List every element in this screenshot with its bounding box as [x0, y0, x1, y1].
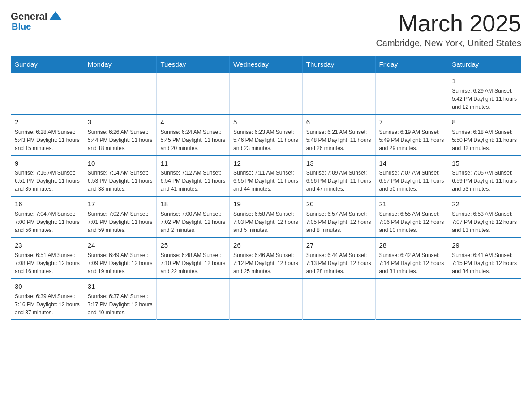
calendar-cell: 30Sunrise: 6:39 AM Sunset: 7:16 PM Dayli… — [11, 278, 84, 319]
calendar-cell — [230, 73, 303, 114]
calendar-cell: 1Sunrise: 6:29 AM Sunset: 5:42 PM Daylig… — [448, 73, 521, 114]
day-info: Sunrise: 6:41 AM Sunset: 7:15 PM Dayligh… — [452, 251, 517, 275]
day-info: Sunrise: 7:09 AM Sunset: 6:56 PM Dayligh… — [306, 169, 372, 193]
calendar-cell — [448, 278, 521, 319]
day-number: 9 — [15, 158, 80, 168]
calendar-cell: 3Sunrise: 6:26 AM Sunset: 5:44 PM Daylig… — [84, 114, 157, 155]
calendar-cell: 13Sunrise: 7:09 AM Sunset: 6:56 PM Dayli… — [302, 155, 375, 197]
day-number: 24 — [88, 240, 153, 250]
location-title: Cambridge, New York, United States — [376, 38, 521, 48]
day-info: Sunrise: 7:04 AM Sunset: 7:00 PM Dayligh… — [15, 210, 80, 234]
logo-blue: Blue — [12, 21, 31, 32]
calendar-cell: 24Sunrise: 6:49 AM Sunset: 7:09 PM Dayli… — [84, 237, 157, 278]
calendar-cell: 20Sunrise: 6:57 AM Sunset: 7:05 PM Dayli… — [302, 196, 375, 237]
day-number: 8 — [452, 117, 517, 127]
calendar-cell — [230, 278, 303, 319]
day-info: Sunrise: 6:19 AM Sunset: 5:49 PM Dayligh… — [379, 128, 445, 152]
weekday-header: Sunday — [11, 56, 84, 73]
day-info: Sunrise: 7:00 AM Sunset: 7:02 PM Dayligh… — [160, 210, 226, 234]
day-info: Sunrise: 7:14 AM Sunset: 6:53 PM Dayligh… — [88, 169, 153, 193]
calendar-cell: 16Sunrise: 7:04 AM Sunset: 7:00 PM Dayli… — [11, 196, 84, 237]
calendar-cell: 2Sunrise: 6:28 AM Sunset: 5:43 PM Daylig… — [11, 114, 84, 155]
day-number: 14 — [379, 158, 445, 168]
calendar-week-row: 9Sunrise: 7:16 AM Sunset: 6:51 PM Daylig… — [11, 155, 521, 197]
day-info: Sunrise: 6:37 AM Sunset: 7:17 PM Dayligh… — [88, 292, 153, 317]
day-number: 16 — [15, 199, 80, 209]
day-number: 2 — [15, 117, 80, 127]
weekday-header: Wednesday — [230, 56, 303, 73]
day-number: 6 — [306, 117, 372, 127]
day-number: 25 — [160, 240, 226, 250]
day-number: 28 — [379, 240, 445, 250]
calendar-cell — [11, 73, 84, 114]
calendar-cell: 14Sunrise: 7:07 AM Sunset: 6:57 PM Dayli… — [375, 155, 448, 197]
calendar-cell — [157, 73, 230, 114]
day-info: Sunrise: 7:16 AM Sunset: 6:51 PM Dayligh… — [15, 169, 80, 193]
weekday-header: Tuesday — [157, 56, 230, 73]
day-number: 18 — [160, 199, 226, 209]
day-number: 17 — [88, 199, 153, 209]
calendar-cell: 21Sunrise: 6:55 AM Sunset: 7:06 PM Dayli… — [375, 196, 448, 237]
day-number: 21 — [379, 199, 445, 209]
calendar-week-row: 30Sunrise: 6:39 AM Sunset: 7:16 PM Dayli… — [11, 278, 521, 319]
day-number: 26 — [233, 240, 299, 250]
calendar-week-row: 2Sunrise: 6:28 AM Sunset: 5:43 PM Daylig… — [11, 114, 521, 155]
day-info: Sunrise: 7:11 AM Sunset: 6:55 PM Dayligh… — [233, 169, 299, 193]
calendar-cell: 11Sunrise: 7:12 AM Sunset: 6:54 PM Dayli… — [157, 155, 230, 197]
calendar-cell: 26Sunrise: 6:46 AM Sunset: 7:12 PM Dayli… — [230, 237, 303, 278]
calendar-cell: 22Sunrise: 6:53 AM Sunset: 7:07 PM Dayli… — [448, 196, 521, 237]
calendar-cell: 9Sunrise: 7:16 AM Sunset: 6:51 PM Daylig… — [11, 155, 84, 197]
day-info: Sunrise: 6:18 AM Sunset: 5:50 PM Dayligh… — [452, 128, 517, 152]
day-info: Sunrise: 6:39 AM Sunset: 7:16 PM Dayligh… — [15, 292, 80, 317]
day-number: 29 — [452, 240, 517, 250]
calendar-cell — [375, 73, 448, 114]
calendar-cell: 7Sunrise: 6:19 AM Sunset: 5:49 PM Daylig… — [375, 114, 448, 155]
calendar-week-row: 16Sunrise: 7:04 AM Sunset: 7:00 PM Dayli… — [11, 196, 521, 237]
page-header: General Blue March 2025 Cambridge, New Y… — [11, 11, 521, 48]
day-info: Sunrise: 6:44 AM Sunset: 7:13 PM Dayligh… — [306, 251, 372, 275]
logo-triangle-icon — [49, 11, 62, 20]
calendar-cell: 27Sunrise: 6:44 AM Sunset: 7:13 PM Dayli… — [302, 237, 375, 278]
day-info: Sunrise: 6:24 AM Sunset: 5:45 PM Dayligh… — [160, 128, 226, 152]
day-info: Sunrise: 6:28 AM Sunset: 5:43 PM Dayligh… — [15, 128, 80, 152]
day-number: 7 — [379, 117, 445, 127]
weekday-header: Saturday — [448, 56, 521, 73]
calendar-cell: 29Sunrise: 6:41 AM Sunset: 7:15 PM Dayli… — [448, 237, 521, 278]
calendar-cell: 6Sunrise: 6:21 AM Sunset: 5:48 PM Daylig… — [302, 114, 375, 155]
calendar-header-row: SundayMondayTuesdayWednesdayThursdayFrid… — [11, 56, 521, 73]
weekday-header: Thursday — [302, 56, 375, 73]
day-number: 11 — [160, 158, 226, 168]
day-number: 27 — [306, 240, 372, 250]
weekday-header: Friday — [375, 56, 448, 73]
calendar-cell: 12Sunrise: 7:11 AM Sunset: 6:55 PM Dayli… — [230, 155, 303, 197]
day-info: Sunrise: 7:12 AM Sunset: 6:54 PM Dayligh… — [160, 169, 226, 193]
day-number: 15 — [452, 158, 517, 168]
calendar-cell — [302, 278, 375, 319]
weekday-header: Monday — [84, 56, 157, 73]
day-number: 31 — [88, 282, 153, 291]
day-number: 10 — [88, 158, 153, 168]
calendar-cell: 15Sunrise: 7:05 AM Sunset: 6:59 PM Dayli… — [448, 155, 521, 197]
day-info: Sunrise: 6:29 AM Sunset: 5:42 PM Dayligh… — [452, 87, 517, 111]
day-info: Sunrise: 7:02 AM Sunset: 7:01 PM Dayligh… — [88, 210, 153, 234]
calendar-cell: 28Sunrise: 6:42 AM Sunset: 7:14 PM Dayli… — [375, 237, 448, 278]
day-info: Sunrise: 6:46 AM Sunset: 7:12 PM Dayligh… — [233, 251, 299, 275]
logo: General Blue — [11, 11, 62, 32]
calendar-cell: 31Sunrise: 6:37 AM Sunset: 7:17 PM Dayli… — [84, 278, 157, 319]
day-number: 3 — [88, 117, 153, 127]
day-number: 1 — [452, 76, 517, 86]
title-section: March 2025 Cambridge, New York, United S… — [376, 11, 521, 48]
day-info: Sunrise: 6:48 AM Sunset: 7:10 PM Dayligh… — [160, 251, 226, 275]
day-info: Sunrise: 6:23 AM Sunset: 5:46 PM Dayligh… — [233, 128, 299, 152]
day-info: Sunrise: 6:58 AM Sunset: 7:03 PM Dayligh… — [233, 210, 299, 234]
day-number: 22 — [452, 199, 517, 209]
day-number: 23 — [15, 240, 80, 250]
calendar-cell: 19Sunrise: 6:58 AM Sunset: 7:03 PM Dayli… — [230, 196, 303, 237]
day-number: 4 — [160, 117, 226, 127]
day-info: Sunrise: 6:55 AM Sunset: 7:06 PM Dayligh… — [379, 210, 445, 234]
calendar-cell — [375, 278, 448, 319]
day-number: 19 — [233, 199, 299, 209]
logo-general: General — [11, 11, 47, 22]
day-info: Sunrise: 6:26 AM Sunset: 5:44 PM Dayligh… — [88, 128, 153, 152]
day-number: 12 — [233, 158, 299, 168]
